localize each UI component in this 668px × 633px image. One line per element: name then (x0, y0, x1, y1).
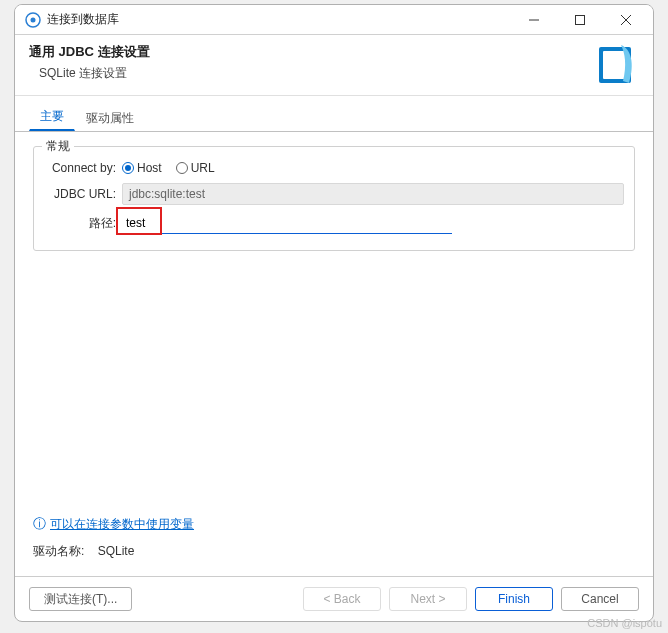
header-title: 通用 JDBC 连接设置 (29, 43, 597, 61)
window-title: 连接到数据库 (47, 11, 511, 28)
cancel-button[interactable]: Cancel (561, 587, 639, 611)
path-label: 路径: (44, 215, 122, 232)
maximize-button[interactable] (557, 6, 603, 34)
dialog-window: 连接到数据库 通用 JDBC 连接设置 SQLite 连接设置 主要 驱动属性 … (14, 4, 654, 622)
radio-icon (176, 162, 188, 174)
app-icon (25, 12, 41, 28)
radio-label: URL (191, 161, 215, 175)
path-input[interactable] (122, 213, 452, 234)
sqlite-icon (597, 43, 639, 85)
header-subtitle: SQLite 连接设置 (29, 65, 597, 82)
driver-name-label: 驱动名称: (33, 544, 84, 558)
test-connection-button[interactable]: 测试连接(T)... (29, 587, 132, 611)
svg-rect-3 (576, 15, 585, 24)
watermark: CSDN @ispotu (587, 617, 662, 629)
dialog-footer: 测试连接(T)... < Back Next > Finish Cancel (15, 576, 653, 621)
connect-by-label: Connect by: (44, 161, 122, 175)
radio-icon (122, 162, 134, 174)
radio-label: Host (137, 161, 162, 175)
jdbc-url-label: JDBC URL: (44, 187, 122, 201)
back-button[interactable]: < Back (303, 587, 381, 611)
info-icon: ⓘ (33, 515, 46, 533)
variables-help-link[interactable]: 可以在连接参数中使用变量 (50, 516, 194, 533)
tab-driver-properties[interactable]: 驱动属性 (75, 105, 145, 131)
driver-name-value: SQLite (98, 544, 135, 558)
jdbc-url-value: jdbc:sqlite:test (122, 183, 624, 205)
general-fieldset: 常规 Connect by: Host URL JDBC URL: jdbc:s… (33, 146, 635, 251)
tab-main[interactable]: 主要 (29, 103, 75, 131)
connect-by-url-radio[interactable]: URL (176, 161, 215, 175)
minimize-button[interactable] (511, 6, 557, 34)
close-button[interactable] (603, 6, 649, 34)
dialog-content: 常规 Connect by: Host URL JDBC URL: jdbc:s… (15, 132, 653, 576)
svg-rect-7 (603, 51, 627, 79)
finish-button[interactable]: Finish (475, 587, 553, 611)
next-button[interactable]: Next > (389, 587, 467, 611)
fieldset-legend: 常规 (42, 138, 74, 155)
tab-bar: 主要 驱动属性 (15, 106, 653, 132)
titlebar: 连接到数据库 (15, 5, 653, 35)
svg-point-1 (31, 17, 36, 22)
dialog-header: 通用 JDBC 连接设置 SQLite 连接设置 (15, 35, 653, 96)
connect-by-host-radio[interactable]: Host (122, 161, 162, 175)
